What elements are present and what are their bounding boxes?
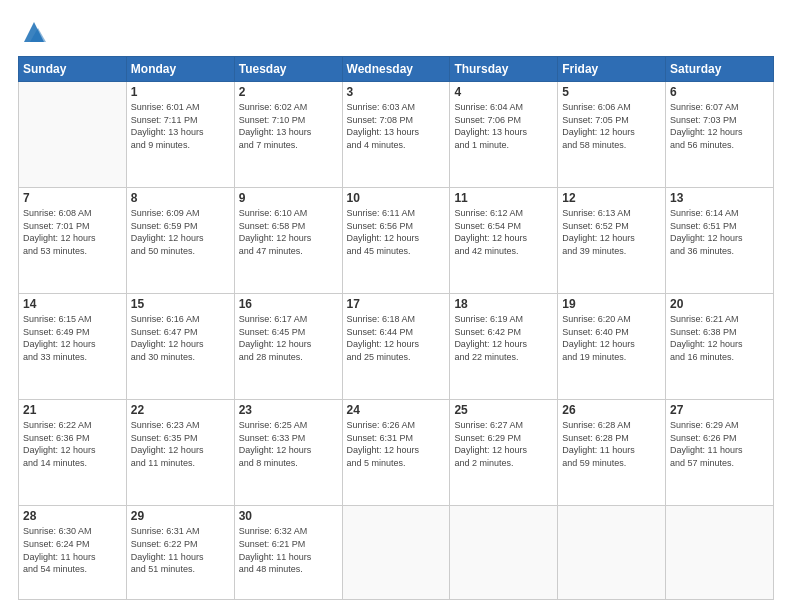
- daylight-hours: Sunrise: 6:02 AM Sunset: 7:10 PM Dayligh…: [239, 101, 338, 151]
- calendar-cell: 16Sunrise: 6:17 AM Sunset: 6:45 PM Dayli…: [234, 294, 342, 400]
- calendar-header-tuesday: Tuesday: [234, 57, 342, 82]
- calendar-cell: 8Sunrise: 6:09 AM Sunset: 6:59 PM Daylig…: [126, 188, 234, 294]
- day-number: 4: [454, 85, 553, 99]
- day-number: 18: [454, 297, 553, 311]
- calendar-cell: 19Sunrise: 6:20 AM Sunset: 6:40 PM Dayli…: [558, 294, 666, 400]
- day-number: 20: [670, 297, 769, 311]
- calendar-cell: [342, 506, 450, 600]
- day-number: 15: [131, 297, 230, 311]
- calendar-table: SundayMondayTuesdayWednesdayThursdayFrid…: [18, 56, 774, 600]
- calendar-cell: 20Sunrise: 6:21 AM Sunset: 6:38 PM Dayli…: [666, 294, 774, 400]
- daylight-hours: Sunrise: 6:13 AM Sunset: 6:52 PM Dayligh…: [562, 207, 661, 257]
- day-number: 28: [23, 509, 122, 523]
- calendar-cell: 13Sunrise: 6:14 AM Sunset: 6:51 PM Dayli…: [666, 188, 774, 294]
- daylight-hours: Sunrise: 6:27 AM Sunset: 6:29 PM Dayligh…: [454, 419, 553, 469]
- calendar-cell: 2Sunrise: 6:02 AM Sunset: 7:10 PM Daylig…: [234, 82, 342, 188]
- day-number: 19: [562, 297, 661, 311]
- day-number: 21: [23, 403, 122, 417]
- day-number: 14: [23, 297, 122, 311]
- day-number: 5: [562, 85, 661, 99]
- calendar-cell: 11Sunrise: 6:12 AM Sunset: 6:54 PM Dayli…: [450, 188, 558, 294]
- calendar-week-3: 14Sunrise: 6:15 AM Sunset: 6:49 PM Dayli…: [19, 294, 774, 400]
- daylight-hours: Sunrise: 6:06 AM Sunset: 7:05 PM Dayligh…: [562, 101, 661, 151]
- day-number: 8: [131, 191, 230, 205]
- calendar-cell: 15Sunrise: 6:16 AM Sunset: 6:47 PM Dayli…: [126, 294, 234, 400]
- daylight-hours: Sunrise: 6:22 AM Sunset: 6:36 PM Dayligh…: [23, 419, 122, 469]
- day-number: 1: [131, 85, 230, 99]
- day-number: 7: [23, 191, 122, 205]
- calendar-cell: 18Sunrise: 6:19 AM Sunset: 6:42 PM Dayli…: [450, 294, 558, 400]
- page: SundayMondayTuesdayWednesdayThursdayFrid…: [0, 0, 792, 612]
- day-number: 2: [239, 85, 338, 99]
- calendar-cell: 27Sunrise: 6:29 AM Sunset: 6:26 PM Dayli…: [666, 400, 774, 506]
- header: [18, 18, 774, 46]
- day-number: 12: [562, 191, 661, 205]
- calendar-cell: [19, 82, 127, 188]
- calendar-cell: 1Sunrise: 6:01 AM Sunset: 7:11 PM Daylig…: [126, 82, 234, 188]
- calendar-week-5: 28Sunrise: 6:30 AM Sunset: 6:24 PM Dayli…: [19, 506, 774, 600]
- day-number: 27: [670, 403, 769, 417]
- calendar-cell: 25Sunrise: 6:27 AM Sunset: 6:29 PM Dayli…: [450, 400, 558, 506]
- daylight-hours: Sunrise: 6:15 AM Sunset: 6:49 PM Dayligh…: [23, 313, 122, 363]
- day-number: 11: [454, 191, 553, 205]
- calendar-cell: [558, 506, 666, 600]
- day-number: 22: [131, 403, 230, 417]
- daylight-hours: Sunrise: 6:20 AM Sunset: 6:40 PM Dayligh…: [562, 313, 661, 363]
- daylight-hours: Sunrise: 6:10 AM Sunset: 6:58 PM Dayligh…: [239, 207, 338, 257]
- day-number: 9: [239, 191, 338, 205]
- calendar-cell: 4Sunrise: 6:04 AM Sunset: 7:06 PM Daylig…: [450, 82, 558, 188]
- daylight-hours: Sunrise: 6:19 AM Sunset: 6:42 PM Dayligh…: [454, 313, 553, 363]
- day-number: 23: [239, 403, 338, 417]
- calendar-cell: 12Sunrise: 6:13 AM Sunset: 6:52 PM Dayli…: [558, 188, 666, 294]
- calendar-header-wednesday: Wednesday: [342, 57, 450, 82]
- calendar-cell: [666, 506, 774, 600]
- day-number: 17: [347, 297, 446, 311]
- daylight-hours: Sunrise: 6:07 AM Sunset: 7:03 PM Dayligh…: [670, 101, 769, 151]
- day-number: 6: [670, 85, 769, 99]
- calendar-cell: 28Sunrise: 6:30 AM Sunset: 6:24 PM Dayli…: [19, 506, 127, 600]
- daylight-hours: Sunrise: 6:12 AM Sunset: 6:54 PM Dayligh…: [454, 207, 553, 257]
- calendar-header-row: SundayMondayTuesdayWednesdayThursdayFrid…: [19, 57, 774, 82]
- calendar-cell: 9Sunrise: 6:10 AM Sunset: 6:58 PM Daylig…: [234, 188, 342, 294]
- day-number: 10: [347, 191, 446, 205]
- calendar-cell: 26Sunrise: 6:28 AM Sunset: 6:28 PM Dayli…: [558, 400, 666, 506]
- daylight-hours: Sunrise: 6:21 AM Sunset: 6:38 PM Dayligh…: [670, 313, 769, 363]
- calendar-header-thursday: Thursday: [450, 57, 558, 82]
- daylight-hours: Sunrise: 6:28 AM Sunset: 6:28 PM Dayligh…: [562, 419, 661, 469]
- day-number: 16: [239, 297, 338, 311]
- daylight-hours: Sunrise: 6:17 AM Sunset: 6:45 PM Dayligh…: [239, 313, 338, 363]
- calendar-cell: 5Sunrise: 6:06 AM Sunset: 7:05 PM Daylig…: [558, 82, 666, 188]
- daylight-hours: Sunrise: 6:26 AM Sunset: 6:31 PM Dayligh…: [347, 419, 446, 469]
- daylight-hours: Sunrise: 6:30 AM Sunset: 6:24 PM Dayligh…: [23, 525, 122, 575]
- daylight-hours: Sunrise: 6:04 AM Sunset: 7:06 PM Dayligh…: [454, 101, 553, 151]
- day-number: 29: [131, 509, 230, 523]
- calendar-week-4: 21Sunrise: 6:22 AM Sunset: 6:36 PM Dayli…: [19, 400, 774, 506]
- day-number: 3: [347, 85, 446, 99]
- calendar-week-2: 7Sunrise: 6:08 AM Sunset: 7:01 PM Daylig…: [19, 188, 774, 294]
- day-number: 26: [562, 403, 661, 417]
- logo: [18, 18, 48, 46]
- calendar-cell: 3Sunrise: 6:03 AM Sunset: 7:08 PM Daylig…: [342, 82, 450, 188]
- day-number: 25: [454, 403, 553, 417]
- calendar-header-saturday: Saturday: [666, 57, 774, 82]
- calendar-cell: 24Sunrise: 6:26 AM Sunset: 6:31 PM Dayli…: [342, 400, 450, 506]
- daylight-hours: Sunrise: 6:11 AM Sunset: 6:56 PM Dayligh…: [347, 207, 446, 257]
- calendar-header-monday: Monday: [126, 57, 234, 82]
- calendar-cell: 6Sunrise: 6:07 AM Sunset: 7:03 PM Daylig…: [666, 82, 774, 188]
- calendar-cell: 17Sunrise: 6:18 AM Sunset: 6:44 PM Dayli…: [342, 294, 450, 400]
- daylight-hours: Sunrise: 6:23 AM Sunset: 6:35 PM Dayligh…: [131, 419, 230, 469]
- daylight-hours: Sunrise: 6:14 AM Sunset: 6:51 PM Dayligh…: [670, 207, 769, 257]
- calendar-header-friday: Friday: [558, 57, 666, 82]
- daylight-hours: Sunrise: 6:25 AM Sunset: 6:33 PM Dayligh…: [239, 419, 338, 469]
- calendar-cell: [450, 506, 558, 600]
- daylight-hours: Sunrise: 6:03 AM Sunset: 7:08 PM Dayligh…: [347, 101, 446, 151]
- calendar-cell: 29Sunrise: 6:31 AM Sunset: 6:22 PM Dayli…: [126, 506, 234, 600]
- calendar-cell: 22Sunrise: 6:23 AM Sunset: 6:35 PM Dayli…: [126, 400, 234, 506]
- calendar-cell: 10Sunrise: 6:11 AM Sunset: 6:56 PM Dayli…: [342, 188, 450, 294]
- calendar-cell: 30Sunrise: 6:32 AM Sunset: 6:21 PM Dayli…: [234, 506, 342, 600]
- calendar-cell: 21Sunrise: 6:22 AM Sunset: 6:36 PM Dayli…: [19, 400, 127, 506]
- day-number: 24: [347, 403, 446, 417]
- daylight-hours: Sunrise: 6:32 AM Sunset: 6:21 PM Dayligh…: [239, 525, 338, 575]
- day-number: 30: [239, 509, 338, 523]
- daylight-hours: Sunrise: 6:09 AM Sunset: 6:59 PM Dayligh…: [131, 207, 230, 257]
